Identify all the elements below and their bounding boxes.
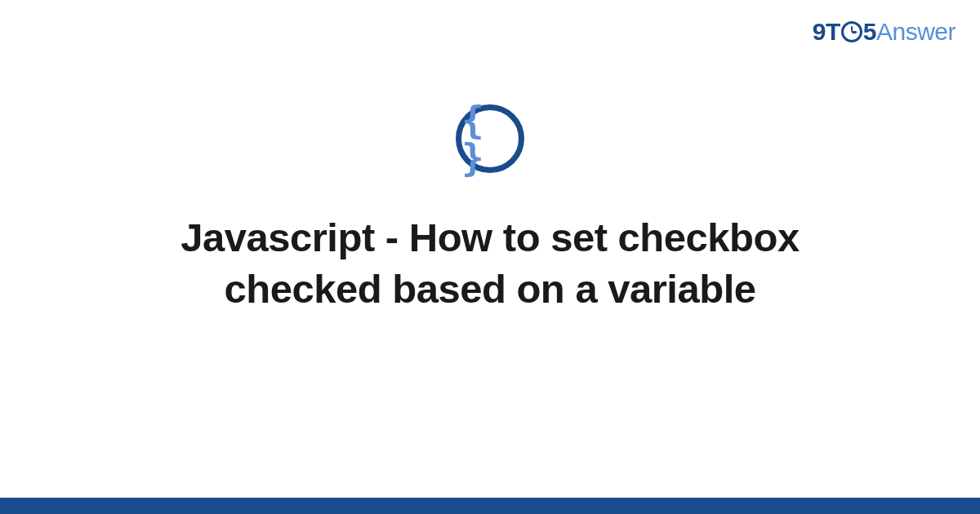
footer-bar [0,498,980,514]
braces-glyph: { } [461,101,519,176]
main-content: { } Javascript - How to set checkbox che… [0,104,980,314]
clock-icon [841,21,862,42]
logo-text-5: 5 [863,18,876,45]
site-logo: 9T5Answer [813,18,956,46]
logo-text-answer: Answer [876,18,956,45]
logo-text-9t: 9T [813,18,840,45]
code-braces-icon: { } [456,104,524,173]
page-title: Javascript - How to set checkbox checked… [98,212,882,314]
